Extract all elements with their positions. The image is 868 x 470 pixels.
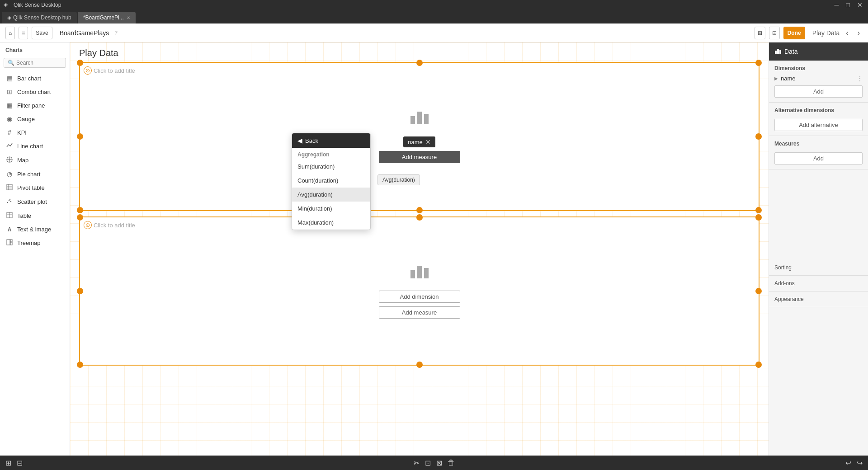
table-label: Table xyxy=(17,212,31,219)
view-btn-1[interactable]: ⊞ xyxy=(755,27,765,39)
taskbar-btn-list[interactable]: ⊟ xyxy=(17,459,23,467)
dimensions-section: Dimensions ▶ name ⋮ Add xyxy=(769,61,868,103)
taskbar: ⊞ ⊟ ✂ ⊡ ⊠ 🗑 ↩ ↪ xyxy=(0,456,868,470)
add-measure-btn-2[interactable]: Add measure xyxy=(379,306,460,319)
right-panel: Data Dimensions ▶ name ⋮ Add Alternative… xyxy=(769,42,868,470)
alt-dimensions-title: Alternative dimensions xyxy=(774,107,863,113)
sidebar-item-table[interactable]: Table xyxy=(0,209,70,223)
svg-rect-21 xyxy=(417,266,422,278)
taskbar-btn-undo[interactable]: ↩ xyxy=(845,459,851,467)
resize-bm-1[interactable] xyxy=(416,207,423,213)
popup-item-min[interactable]: Min(duration) xyxy=(292,202,370,216)
grid-icon: ⊞ xyxy=(758,30,762,36)
sidebar-item-combo-chart[interactable]: ⊞ Combo chart xyxy=(0,85,70,99)
dim-menu-btn[interactable]: ⋮ xyxy=(857,75,863,82)
sidebar-item-pivot-table[interactable]: Pivot table xyxy=(0,181,70,195)
search-box[interactable]: 🔍 xyxy=(4,58,66,68)
alt-dimensions-add-btn[interactable]: Add alternative xyxy=(774,119,863,131)
sidebar-item-gauge[interactable]: ◉ Gauge xyxy=(0,112,70,126)
dimension-chip-close-1[interactable]: ✕ xyxy=(425,138,431,146)
taskbar-btn-copy[interactable]: ⊡ xyxy=(425,459,431,467)
tab-hub-label: Qlik Sense Desktop hub xyxy=(13,14,71,21)
popup-item-count[interactable]: Count(duration) xyxy=(292,174,370,188)
sidebar-item-scatter-plot[interactable]: Scatter plot xyxy=(0,195,70,209)
close-btn[interactable]: ✕ xyxy=(855,1,864,9)
taskbar-btn-delete[interactable]: 🗑 xyxy=(448,459,455,467)
minimize-btn[interactable]: ─ xyxy=(833,1,841,9)
app-icon: ◈ xyxy=(4,1,11,9)
sidebar-item-filter-pane[interactable]: ▦ Filter pane xyxy=(0,99,70,112)
search-input[interactable] xyxy=(16,60,62,66)
title-bar: ◈ Qlik Sense Desktop ─ □ ✕ xyxy=(0,0,868,10)
nav-right-btn[interactable]: › xyxy=(855,28,863,38)
treemap-label: Treemap xyxy=(17,240,41,246)
add-measure-btn-1[interactable]: Add measure xyxy=(379,151,460,163)
maximize-btn[interactable]: □ xyxy=(844,1,852,9)
taskbar-btn-cut[interactable]: ✂ xyxy=(414,459,420,467)
addons-link[interactable]: Add-ons xyxy=(769,276,868,291)
popup-item-max[interactable]: Max(duration) xyxy=(292,216,370,230)
chart-panel-inner-2: Add dimension Add measure xyxy=(80,217,759,362)
save-button[interactable]: Save xyxy=(32,27,52,39)
tab-bar: ◈ Qlik Sense Desktop hub *BoardGamePl...… xyxy=(0,10,868,24)
resize-br-1[interactable] xyxy=(755,207,762,213)
measures-section: Measures Add xyxy=(769,136,868,169)
bar-chart-panel-icon xyxy=(774,47,782,56)
charts-label: Charts xyxy=(0,42,70,56)
gauge-label: Gauge xyxy=(17,116,35,122)
resize-br-2[interactable] xyxy=(755,362,762,368)
kpi-label: KPI xyxy=(17,129,27,136)
tab-boardgame[interactable]: *BoardGamePl... ✕ xyxy=(78,12,136,24)
aggregation-popup: ◀ Back Aggregation Sum(duration) Count(d… xyxy=(292,133,371,230)
search-icon: 🔍 xyxy=(8,60,14,66)
dimensions-add-btn[interactable]: Add xyxy=(774,85,863,98)
svg-rect-3 xyxy=(7,184,12,190)
done-button[interactable]: Done xyxy=(783,27,805,39)
dimension-row-name: ▶ name ⋮ xyxy=(774,75,863,82)
measures-add-btn[interactable]: Add xyxy=(774,152,863,164)
dim-expand-arrow[interactable]: ▶ xyxy=(774,76,778,81)
chart-panel-2: ⊙ Click to add title Add dimension xyxy=(79,216,760,366)
popup-back-btn[interactable]: ◀ xyxy=(297,137,302,144)
svg-rect-24 xyxy=(777,49,779,54)
appearance-link[interactable]: Appearance xyxy=(769,291,868,307)
sidebar-item-map[interactable]: Map xyxy=(0,153,70,167)
alt-dimensions-section: Alternative dimensions Add alternative xyxy=(769,103,868,136)
resize-bl-1[interactable] xyxy=(77,207,83,213)
sidebar-item-bar-chart[interactable]: ▤ Bar chart xyxy=(0,71,70,85)
window-controls: ─ □ ✕ xyxy=(833,1,864,9)
svg-rect-17 xyxy=(410,116,415,124)
add-dimension-label-2: Add dimension xyxy=(400,293,439,300)
taskbar-btn-grid[interactable]: ⊞ xyxy=(5,459,11,467)
menu-btn[interactable]: ≡ xyxy=(19,27,28,39)
chart-panel-1: ⊙ Click to add title name ✕ xyxy=(79,62,760,211)
nav-left-btn[interactable]: ‹ xyxy=(843,28,851,38)
popup-item-sum[interactable]: Sum(duration) xyxy=(292,160,370,174)
tab-close-btn[interactable]: ✕ xyxy=(127,15,130,20)
sidebar-item-treemap[interactable]: Treemap xyxy=(0,236,70,250)
tab-boardgame-label: *BoardGamePl... xyxy=(83,14,124,21)
list-view-icon: ⊟ xyxy=(772,30,777,36)
chart-placeholder-icon-1 xyxy=(408,107,431,129)
map-label: Map xyxy=(17,157,28,164)
line-chart-icon xyxy=(5,142,14,150)
resize-bl-2[interactable] xyxy=(77,362,83,368)
tab-hub[interactable]: ◈ Qlik Sense Desktop hub xyxy=(2,12,77,24)
home-btn[interactable]: ⌂ xyxy=(5,27,15,39)
avg-tooltip: Avg(duration) xyxy=(377,174,420,185)
measures-title: Measures xyxy=(774,141,863,147)
sidebar-item-pie-chart[interactable]: ◔ Pie chart xyxy=(0,167,70,181)
help-icon[interactable]: ? xyxy=(114,30,118,36)
taskbar-btn-redo[interactable]: ↪ xyxy=(857,459,863,467)
svg-point-10 xyxy=(9,199,10,200)
bar-chart-icon: ▤ xyxy=(5,75,14,82)
taskbar-btn-paste[interactable]: ⊠ xyxy=(436,459,442,467)
add-dimension-btn-2[interactable]: Add dimension xyxy=(379,291,460,303)
sorting-link[interactable]: Sorting xyxy=(769,260,868,276)
sidebar-item-text-image[interactable]: A Text & image xyxy=(0,223,70,236)
popup-item-avg[interactable]: Avg(duration) xyxy=(292,188,370,202)
resize-bm-2[interactable] xyxy=(416,362,423,368)
sidebar-item-kpi[interactable]: # KPI xyxy=(0,126,70,139)
sidebar-item-line-chart[interactable]: Line chart xyxy=(0,139,70,153)
view-btn-2[interactable]: ⊟ xyxy=(769,27,780,39)
